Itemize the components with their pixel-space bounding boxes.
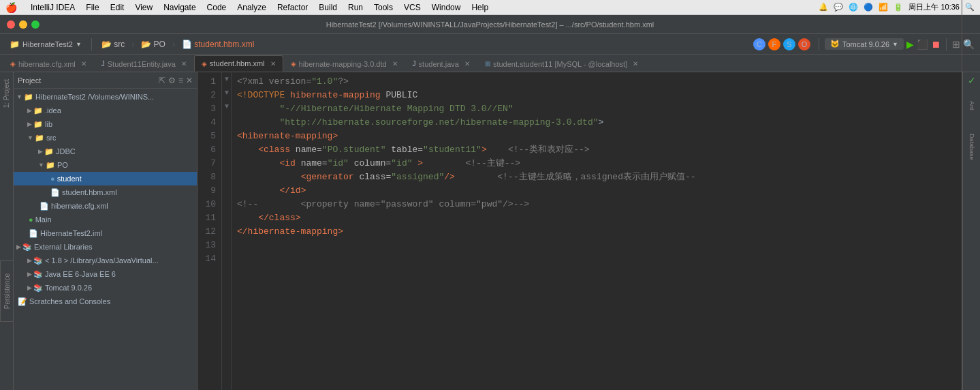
tree-item-src[interactable]: ▼ 📁 src — [14, 131, 197, 145]
minimize-button[interactable] — [19, 20, 27, 29]
menu-window[interactable]: Window — [432, 3, 461, 12]
tree-item-student-class[interactable]: ● student — [14, 172, 197, 185]
menu-code[interactable]: Code — [207, 3, 227, 12]
tab-label: student.student11 [MySQL - @localhost] — [493, 60, 627, 68]
browser-icon[interactable]: 🌐 — [849, 3, 858, 12]
fold-5[interactable]: ▼ — [222, 72, 232, 86]
toolbar-src-breadcrumb[interactable]: 📂 src — [97, 38, 129, 50]
settings-icon[interactable]: ≡ — [178, 76, 183, 85]
tab-label: hibernate.cfg.xml — [18, 60, 76, 68]
folder-icon: 📁 — [44, 147, 54, 156]
tab-close-hibernate-cfg[interactable]: ✕ — [81, 60, 86, 68]
expand-icon: ▶ — [38, 148, 43, 155]
chrome-icon[interactable]: C — [753, 38, 765, 50]
folder-icon: 📁 — [33, 120, 43, 129]
ant-panel-label[interactable]: Ant — [967, 97, 977, 115]
close-button[interactable] — [7, 20, 15, 29]
fold-6[interactable]: ▼ — [222, 86, 232, 100]
fold-7[interactable]: ▼ — [222, 100, 232, 113]
project-tab-label[interactable]: 1: Project — [1, 75, 12, 112]
class-icon: ● — [50, 175, 55, 183]
tab-close-dtd[interactable]: ✕ — [392, 60, 398, 68]
code-content[interactable]: <?xml version="1.0"?> <!DOCTYPE hibernat… — [232, 72, 962, 390]
gear-icon[interactable]: ⚙ — [168, 76, 176, 85]
menu-view[interactable]: View — [135, 3, 153, 12]
opera-icon[interactable]: O — [798, 38, 810, 50]
tab-close-db[interactable]: ✕ — [633, 60, 638, 68]
tree-item-main[interactable]: ● Main — [14, 213, 197, 226]
tab-close-student[interactable]: ✕ — [464, 60, 470, 68]
bluetooth-icon[interactable]: 🔵 — [864, 3, 873, 12]
wechat-icon[interactable]: 💬 — [834, 3, 843, 12]
tree-item-hibernate-cfg[interactable]: 📄 hibernate.cfg.xml — [14, 199, 197, 213]
menu-build[interactable]: Build — [319, 3, 337, 12]
tree-item-student-hbm[interactable]: 📄 student.hbm.xml — [14, 185, 197, 199]
java-icon: J — [413, 60, 416, 68]
persistence-tab[interactable]: Persistence — [0, 260, 14, 322]
expand-icon: ▶ — [16, 243, 21, 250]
tree-item-lib[interactable]: ▶ 📁 lib — [14, 117, 197, 131]
menu-vcs[interactable]: VCS — [404, 3, 421, 12]
tab-student-hbm[interactable]: ◈ student.hbm.xml ✕ — [194, 55, 283, 72]
menu-intellij[interactable]: IntelliJ IDEA — [31, 3, 75, 12]
run-config-selector[interactable]: 🐱 Tomcat 9.0.26 ▼ — [825, 38, 904, 50]
code-editor[interactable]: 1 2 3 4 5 6 7 8 9 10 11 12 13 14 — [197, 72, 962, 390]
main-container: 1: Project Project ⇱ ⚙ ≡ ✕ ▼ 📁 Hibernate… — [0, 72, 980, 390]
project-header: Project ⇱ ⚙ ≡ ✕ — [14, 72, 197, 89]
java-icon: J — [101, 60, 105, 68]
tree-item-tomcat[interactable]: ▶ 📚 Tomcat 9.0.26 — [14, 281, 197, 295]
tab-close-entity[interactable]: ✕ — [181, 60, 187, 68]
debug-button[interactable]: ⬛ — [917, 39, 928, 50]
stop-button[interactable]: ⏹ — [931, 39, 941, 50]
checkmark-icon[interactable]: ✓ — [968, 75, 976, 86]
tab-student-entity[interactable]: J Student11Entity.java ✕ — [94, 55, 194, 72]
menu-tools[interactable]: Tools — [374, 3, 393, 12]
menu-refactor[interactable]: Refactor — [277, 3, 308, 12]
maximize-button[interactable] — [31, 20, 39, 29]
menu-analyze[interactable]: Analyze — [237, 3, 266, 12]
toolbar-po-breadcrumb[interactable]: 📂 PO — [137, 38, 170, 50]
item-label: student — [57, 175, 82, 183]
layout-icon[interactable]: ⊞ — [952, 39, 960, 50]
tab-hibernate-dtd[interactable]: ◈ hibernate-mapping-3.0.dtd ✕ — [283, 55, 405, 72]
tree-item-iml[interactable]: 📄 HibernateTest2.iml — [14, 226, 197, 240]
safari-icon[interactable]: S — [783, 38, 795, 50]
tree-item-root[interactable]: ▼ 📁 HibernateTest2 /Volumes/WININS... — [14, 90, 197, 104]
tree-item-jdbc[interactable]: ▶ 📁 JDBC — [14, 145, 197, 158]
tree-item-java18[interactable]: ▶ 📚 < 1.8 > /Library/Java/JavaVirtual... — [14, 254, 197, 267]
toolbar-project-selector[interactable]: 📁 HibernateTest2 ▼ — [5, 38, 86, 50]
tree-item-po[interactable]: ▼ 📁 PO — [14, 158, 197, 172]
search-icon[interactable]: 🔍 — [965, 3, 975, 12]
tree-item-external-libs[interactable]: ▶ 📚 External Libraries — [14, 240, 197, 254]
toolbar-separator-2 — [819, 38, 819, 50]
close-panel-icon[interactable]: ✕ — [186, 76, 193, 85]
database-panel-label[interactable]: Database — [967, 130, 977, 164]
tab-close-hbm[interactable]: ✕ — [270, 60, 276, 68]
battery-icon[interactable]: 🔋 — [894, 3, 903, 12]
wifi-icon[interactable]: 📶 — [879, 3, 888, 12]
item-label: hibernate.cfg.xml — [51, 202, 108, 210]
toolbar-file-breadcrumb[interactable]: 📄 student.hbm.xml — [178, 38, 258, 50]
tab-student-java[interactable]: J student.java ✕ — [405, 55, 477, 72]
apple-menu[interactable]: 🍎 — [5, 2, 17, 13]
file-icon: 📄 — [29, 229, 38, 238]
menu-run[interactable]: Run — [348, 3, 363, 12]
collapse-all-icon[interactable]: ⇱ — [159, 76, 165, 85]
menu-edit[interactable]: Edit — [110, 3, 125, 12]
search-everywhere-icon[interactable]: 🔍 — [963, 39, 975, 50]
folder-icon: 📁 — [33, 106, 43, 115]
tree-item-idea[interactable]: ▶ 📁 .idea — [14, 104, 197, 117]
editor-area: 1 2 3 4 5 6 7 8 9 10 11 12 13 14 — [197, 72, 962, 390]
menu-navigate[interactable]: Navigate — [163, 3, 195, 12]
tree-item-javaee6[interactable]: ▶ 📚 Java EE 6-Java EE 6 — [14, 267, 197, 281]
firefox-icon[interactable]: F — [768, 38, 780, 50]
tree-item-scratches[interactable]: 📝 Scratches and Consoles — [14, 295, 197, 308]
tab-label: student.java — [419, 60, 459, 68]
menu-file[interactable]: File — [86, 3, 99, 12]
run-button[interactable]: ▶ — [906, 39, 914, 50]
menu-help[interactable]: Help — [471, 3, 488, 12]
tab-db-table[interactable]: ⊞ student.student11 [MySQL - @localhost]… — [477, 55, 646, 72]
notification-icon[interactable]: 🔔 — [819, 3, 828, 12]
right-panel: ✓ Ant Database — [962, 72, 980, 390]
tab-hibernate-cfg[interactable]: ◈ hibernate.cfg.xml ✕ — [3, 55, 94, 72]
